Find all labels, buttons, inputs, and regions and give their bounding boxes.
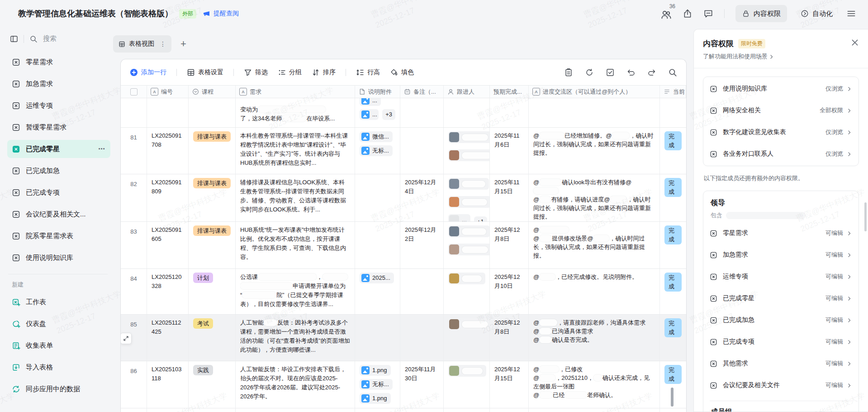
- demand-cell[interactable]: [236, 408, 355, 412]
- sidebar-item-10[interactable]: 使用说明知识库: [7, 249, 110, 267]
- shared-permission-row[interactable]: 各业务对口联系人仅浏览: [710, 143, 852, 165]
- follower-cell[interactable]: [444, 361, 490, 408]
- column-header-remark[interactable]: 备注（...: [400, 86, 444, 98]
- shared-permission-row[interactable]: 使用说明知识库仅浏览: [710, 78, 852, 100]
- sidebar-item-2[interactable]: 加急需求: [7, 75, 110, 93]
- status-cell[interactable]: 完成: [660, 174, 686, 221]
- progress-cell[interactable]: @确认look导出有没有辅修@@有辅修，请确认进度@，确认时间过长，强制确认完成…: [529, 174, 660, 221]
- automation-button[interactable]: 自动化: [798, 5, 835, 22]
- course-cell[interactable]: 考试: [189, 315, 236, 361]
- shared-permission-row[interactable]: 网络安全相关全部权限: [710, 100, 852, 121]
- tab-more-icon[interactable]: ⋮: [158, 40, 166, 48]
- sidebar-item-6[interactable]: 已完成加急: [7, 162, 110, 180]
- attachment-chip[interactable]: 微信...: [360, 131, 393, 142]
- attachment-chip[interactable]: 2025...: [360, 273, 394, 283]
- due-date-cell[interactable]: 2025年11月6日: [490, 128, 529, 174]
- row-number-cell[interactable]: 82: [121, 174, 147, 221]
- status-cell[interactable]: 完成: [660, 315, 686, 361]
- progress-cell[interactable]: @，已经完成修改。见说明附件。: [529, 269, 660, 314]
- follower-chip[interactable]: [448, 149, 490, 161]
- row-number-cell[interactable]: 81: [121, 128, 147, 174]
- clipboard-button[interactable]: [564, 68, 573, 77]
- follower-chip[interactable]: [448, 244, 490, 255]
- row-number-cell[interactable]: 86: [121, 361, 147, 408]
- add-row-button[interactable]: 添加一行: [130, 68, 166, 77]
- follower-chip[interactable]: [448, 365, 486, 377]
- add-view-button[interactable]: +: [180, 39, 186, 48]
- due-date-cell[interactable]: 2025年12月8日: [490, 315, 529, 361]
- progress-cell[interactable]: [529, 98, 660, 127]
- attachment-cell[interactable]: [355, 408, 400, 412]
- share-button[interactable]: [683, 9, 693, 19]
- status-cell[interactable]: 完成: [660, 269, 686, 314]
- row-number-cell[interactable]: 84: [121, 269, 147, 314]
- sidebar-item-5[interactable]: 已完成零星⋯: [7, 140, 110, 158]
- status-cell[interactable]: 完成: [660, 128, 686, 174]
- demand-cell[interactable]: 本科生教务管理系统--排课管理--本科生课程教学情况统计表中增加“课程设计”、“…: [236, 128, 355, 174]
- course-tag[interactable]: 计划: [193, 273, 213, 283]
- remark-cell[interactable]: 2025年12月2日: [400, 222, 444, 268]
- id-cell[interactable]: LX2025091708: [147, 128, 189, 174]
- follower-chip[interactable]: [448, 273, 485, 284]
- progress-cell[interactable]: @，已修改@，20251210，确认还未完成，见左侧最后一张图@已经老师确认。: [529, 361, 660, 408]
- more-followers-badge[interactable]: +1: [474, 216, 487, 222]
- remark-cell[interactable]: [400, 128, 444, 174]
- column-header-status[interactable]: 当前: [660, 86, 686, 98]
- remark-cell[interactable]: [400, 315, 444, 361]
- follower-chip[interactable]: [448, 131, 490, 143]
- group-permission-row[interactable]: 其他需求可编辑: [710, 353, 852, 374]
- progress-cell[interactable]: [529, 408, 660, 412]
- id-cell[interactable]: LX2025091605: [147, 222, 189, 268]
- comment-button[interactable]: [703, 9, 713, 19]
- follower-cell[interactable]: [444, 98, 490, 127]
- attachment-cell[interactable]: [355, 174, 400, 221]
- status-done-badge[interactable]: 完成: [664, 131, 682, 150]
- group-permission-row[interactable]: 已完成专项可编辑: [710, 331, 852, 353]
- follower-cell[interactable]: [444, 222, 490, 268]
- status-done-badge[interactable]: 完成: [664, 318, 682, 337]
- follower-chip[interactable]: [448, 318, 490, 330]
- row-number-cell[interactable]: [121, 98, 147, 127]
- progress-cell[interactable]: @已经增加辅修。@，确认时间过长，强制确认完成，如果还有问题请重新提报。: [529, 128, 660, 174]
- column-header-num[interactable]: [121, 86, 147, 98]
- attachment-cell[interactable]: [355, 222, 400, 268]
- attachment-chip[interactable]: ...: [360, 109, 379, 120]
- sync-button[interactable]: [585, 68, 594, 77]
- attachment-cell[interactable]: 微信...无标...: [355, 128, 400, 174]
- undo-button[interactable]: [626, 68, 636, 77]
- remark-cell[interactable]: [400, 269, 444, 314]
- fill-color-button[interactable]: 填色: [390, 68, 414, 77]
- group-permission-row[interactable]: 零星需求可编辑: [710, 222, 852, 244]
- table-settings-button[interactable]: 表格设置: [187, 68, 223, 77]
- attachment-chip[interactable]: 无标...: [360, 379, 393, 390]
- table-search-button[interactable]: [668, 68, 677, 77]
- remark-cell[interactable]: [400, 408, 444, 412]
- attachment-cell[interactable]: ......+3: [355, 98, 400, 127]
- sidebar-item-8[interactable]: 会议纪要及相关文...: [7, 205, 110, 223]
- more-icon[interactable]: ⋯: [98, 145, 106, 153]
- follower-cell[interactable]: ...+1: [444, 174, 490, 221]
- panel-help-link[interactable]: 了解功能用法和使用场景: [703, 53, 774, 61]
- remark-cell[interactable]: 2025年11月30日: [400, 361, 444, 408]
- form-check-button[interactable]: [606, 68, 615, 77]
- due-date-cell[interactable]: 2025年12月10日: [490, 269, 529, 314]
- attachment-cell[interactable]: [355, 315, 400, 361]
- group-permission-row[interactable]: 已完成加急可编辑: [710, 309, 852, 331]
- column-header-course[interactable]: 课程: [189, 86, 236, 98]
- follower-cell[interactable]: [444, 315, 490, 361]
- filter-button[interactable]: 筛选: [244, 68, 268, 77]
- sidebar-toggle-icon[interactable]: [10, 35, 18, 43]
- new-item-5[interactable]: 同步应用中的数据: [7, 380, 110, 398]
- course-tag[interactable]: 排课与课表: [193, 225, 231, 236]
- course-tag[interactable]: 排课与课表: [193, 178, 231, 188]
- content-permission-button[interactable]: 内容权限: [735, 5, 787, 22]
- sidebar-item-4[interactable]: 暂缓零星需求: [7, 118, 110, 136]
- demand-cell[interactable]: 公选课，申请调整开课单位为“院”（已提交春季学期排课表），目前仅需要修改学生选课…: [236, 269, 355, 314]
- panel-scrollbar[interactable]: [864, 202, 867, 231]
- progress-cell[interactable]: @@提供修改场景@，确认时间过长，强制确认完成，如果还有问题请重新提报。: [529, 222, 660, 268]
- attachment-chip[interactable]: 无标...: [360, 145, 393, 156]
- attachment-chip[interactable]: ...: [360, 98, 381, 106]
- follower-chip[interactable]: [448, 196, 490, 208]
- row-number-cell[interactable]: [121, 408, 147, 412]
- course-tag[interactable]: 排课与课表: [193, 131, 231, 142]
